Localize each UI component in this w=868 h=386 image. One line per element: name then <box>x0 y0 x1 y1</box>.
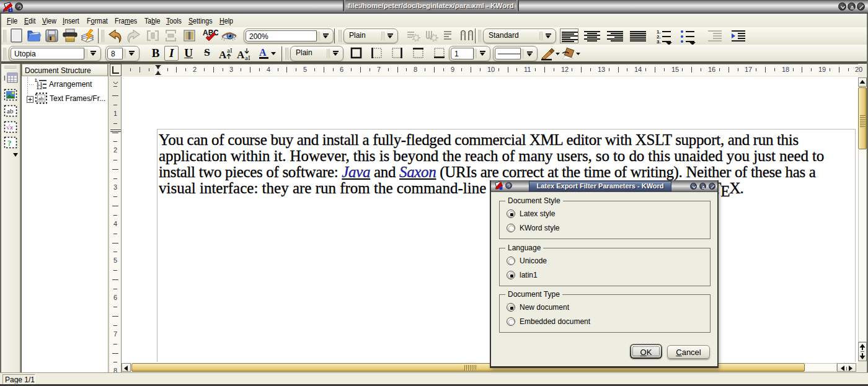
svg-text:?: ? <box>7 138 12 147</box>
svg-text:ab: ab <box>7 107 14 115</box>
svg-text:aI: aI <box>245 54 250 61</box>
svg-text:A: A <box>237 49 245 61</box>
svg-text:3.: 3. <box>657 39 661 45</box>
svg-text:I: I <box>4 75 6 82</box>
svg-text:1.2: 1.2 <box>37 86 42 89</box>
svg-text:√x: √x <box>6 123 13 131</box>
svg-text:A: A <box>219 49 227 61</box>
svg-text:aI: aI <box>227 46 232 54</box>
svg-text:A: A <box>259 47 267 58</box>
svg-text:ab: ab <box>38 95 44 102</box>
